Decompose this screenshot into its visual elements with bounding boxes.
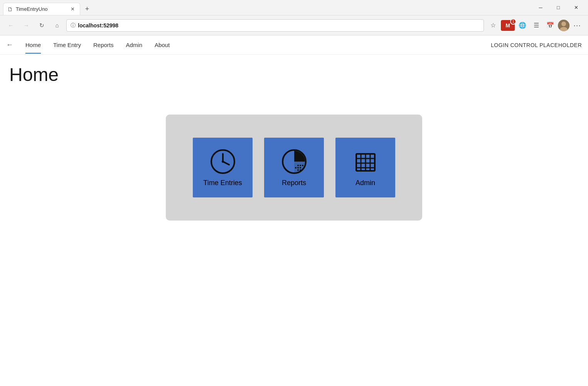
tile-time-entries-label: Time Entries	[203, 179, 242, 187]
active-tab[interactable]: 🗋 TimeEntryUno ✕	[3, 3, 80, 15]
nav-admin[interactable]: Admin	[120, 36, 149, 54]
admin-svg	[352, 148, 379, 175]
tile-admin-label: Admin	[355, 179, 375, 187]
info-icon: ⓘ	[71, 22, 76, 29]
toolbar-icons: ☆ M 1 🌐 ☰ 📅 ···	[487, 19, 583, 32]
login-control: LOGIN CONTROL PLACEHOLDER	[491, 42, 582, 48]
tile-reports[interactable]: Reports	[264, 138, 324, 197]
forward-nav-button[interactable]: →	[20, 19, 32, 32]
more-options-button[interactable]: ···	[571, 19, 583, 32]
extensions-icon: M	[505, 22, 510, 29]
back-nav-button[interactable]: ←	[5, 19, 17, 32]
tile-admin[interactable]: Admin	[335, 138, 395, 197]
extensions-badge: 1	[510, 19, 516, 25]
grid-icon	[352, 148, 379, 175]
refresh-button[interactable]: ↻	[35, 19, 48, 32]
app-back-button[interactable]: ←	[6, 41, 13, 49]
clock-icon	[209, 148, 236, 175]
tiles-panel: Time Entries	[0, 91, 588, 244]
tile-reports-label: Reports	[282, 179, 306, 187]
nav-time-entry[interactable]: Time Entry	[47, 36, 87, 54]
nav-about[interactable]: About	[148, 36, 176, 54]
profile-avatar[interactable]	[558, 20, 569, 31]
maximize-button[interactable]: □	[549, 0, 567, 15]
tiles-container: Time Entries	[166, 115, 422, 221]
tab-area: 🗋 TimeEntryUno ✕ +	[3, 0, 93, 15]
tab-page-icon: 🗋	[7, 6, 13, 12]
tab-title: TimeEntryUno	[16, 6, 66, 12]
app-content: ← Home Time Entry Reports Admin About LO…	[0, 35, 588, 244]
browser-titlebar: 🗋 TimeEntryUno ✕ + ─ □ ✕	[0, 0, 588, 15]
address-bar[interactable]: ⓘ localhost:52998	[66, 19, 484, 32]
svg-point-1	[561, 22, 566, 26]
reading-list-button[interactable]: ☰	[530, 19, 543, 32]
avatar-image	[558, 20, 569, 31]
svg-point-6	[222, 160, 224, 163]
nav-links: Home Time Entry Reports Admin About	[19, 36, 491, 54]
address-text: localhost:52998	[78, 22, 480, 29]
minimize-button[interactable]: ─	[532, 0, 549, 15]
clock-svg	[210, 148, 236, 175]
browser-toolbar: ← → ↻ ⌂ ⓘ localhost:52998 ☆ M 1 🌐 ☰ 📅 ··…	[0, 15, 588, 35]
nav-reports[interactable]: Reports	[87, 36, 120, 54]
nav-bar: ← Home Time Entry Reports Admin About LO…	[0, 35, 588, 55]
tab-close-button[interactable]: ✕	[69, 6, 76, 13]
reports-icon	[281, 148, 308, 175]
extensions-button[interactable]: M 1	[501, 20, 515, 31]
favorites-star-button[interactable]: ☆	[487, 19, 499, 32]
page-title: Home	[9, 64, 579, 85]
page-header: Home	[0, 55, 588, 91]
tile-time-entries[interactable]: Time Entries	[193, 138, 253, 197]
home-button[interactable]: ⌂	[51, 19, 63, 32]
close-button[interactable]: ✕	[567, 0, 585, 15]
wallet-button[interactable]: 📅	[544, 19, 556, 32]
nav-home[interactable]: Home	[19, 36, 47, 54]
new-tab-button[interactable]: +	[82, 3, 93, 14]
collections-button[interactable]: 🌐	[516, 19, 529, 32]
reports-svg	[281, 148, 307, 175]
window-controls: ─ □ ✕	[532, 0, 585, 15]
